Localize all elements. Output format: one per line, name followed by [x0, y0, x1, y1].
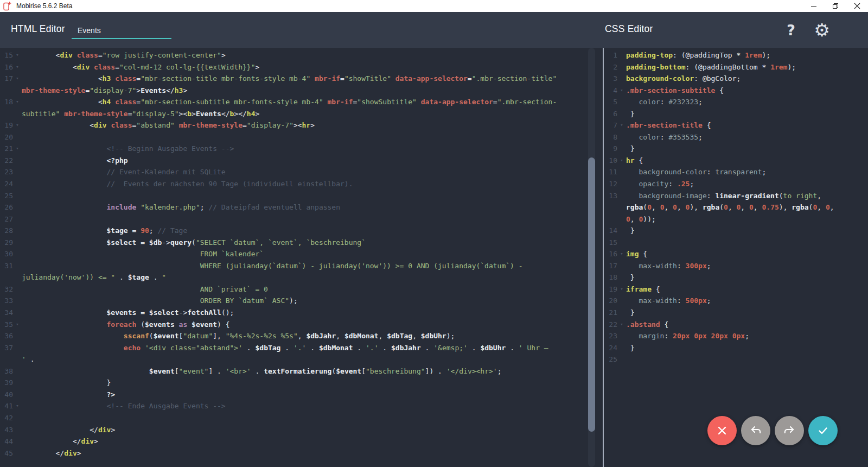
line-number: 29 [0, 237, 13, 249]
code-text: <?php [22, 155, 589, 167]
settings-button[interactable]: ⚙ [809, 12, 834, 48]
fold-spacer [617, 307, 626, 319]
code-row: 8 color: #353535; [604, 131, 868, 143]
fold-spacer [13, 330, 22, 342]
code-text: WHERE (julianday(`datum`) - julianday('n… [22, 260, 589, 272]
code-row: 29 $select = $db->query("SELECT `datum`,… [0, 237, 589, 249]
fold-spacer [13, 377, 22, 389]
code-text: subtitle" mbr-theme-style="display-5"><b… [22, 108, 589, 120]
code-text: <h4 class="mbr-section-subtitle mbr-font… [22, 96, 589, 108]
line-number: 9 [604, 143, 617, 155]
line-number: 1 [604, 49, 617, 61]
fold-arrow-icon[interactable]: ▾ [617, 283, 626, 295]
fold-arrow-icon[interactable]: ▾ [13, 61, 22, 73]
fold-spacer [617, 73, 626, 85]
code-row: 9 } [604, 143, 868, 155]
fold-arrow-icon[interactable]: ▾ [617, 85, 626, 97]
code-row: subtitle" mbr-theme-style="display-5"><b… [0, 108, 589, 120]
code-row: 7▾.mbr-section-title { [604, 119, 868, 131]
line-number: 30 [0, 248, 13, 260]
tab-events-label: Events [78, 26, 101, 35]
fold-arrow-icon[interactable]: ▾ [617, 155, 626, 167]
line-number: 35 [0, 319, 13, 331]
code-text: ?> [22, 389, 589, 401]
fold-arrow-icon[interactable]: ▾ [13, 119, 22, 131]
css-code-editor[interactable]: 1padding-top: (@paddingTop * 1rem);2padd… [604, 48, 868, 467]
line-number: 6 [604, 108, 617, 120]
code-row: 25 [604, 354, 868, 365]
code-text: max-width: 500px; [626, 295, 868, 307]
fold-spacer [13, 272, 22, 283]
fold-spacer [617, 213, 626, 225]
line-number: 17 [0, 73, 13, 85]
confirm-button[interactable] [808, 416, 838, 445]
minimize-button[interactable] [803, 0, 825, 12]
line-number: 21 [0, 143, 13, 155]
code-row: 6 } [604, 108, 868, 120]
line-number: 5 [604, 96, 617, 108]
code-text: .mbr-section-title { [626, 119, 868, 131]
line-number: 16 [0, 61, 13, 73]
code-row: 31 WHERE (julianday(`datum`) - julianday… [0, 260, 589, 272]
undo-arrow-icon [749, 425, 762, 437]
code-text: // Event-Kalender mit SQLite [22, 166, 589, 178]
code-text: margin: 20px 0px 20px 0px; [626, 330, 868, 342]
fold-spacer [13, 365, 22, 377]
code-row: 18 } [604, 272, 868, 283]
code-text: $events = $select->fetchAll(); [22, 307, 589, 319]
line-number: 27 [0, 213, 13, 225]
code-text: <div class="col-md-12 col-lg-{{textWidth… [22, 61, 589, 73]
code-text: background-image: linear-gradient(to rig… [626, 190, 868, 202]
code-text: iframe { [626, 283, 868, 295]
fold-arrow-icon[interactable]: ▾ [617, 319, 626, 331]
line-number: 13 [604, 190, 617, 202]
help-button[interactable]: ? [780, 12, 802, 48]
line-number: 11 [604, 166, 617, 178]
code-text: mbr-theme-style="display-7">Events</h3> [22, 85, 589, 97]
fold-arrow-icon[interactable]: ▾ [617, 119, 626, 131]
code-text: .mbr-section-subtitle { [626, 85, 868, 97]
redo-arrow-icon [783, 425, 796, 437]
fold-arrow-icon[interactable]: ▾ [13, 96, 22, 108]
fold-spacer [617, 354, 626, 365]
code-row: 20 [0, 131, 589, 143]
redo-button[interactable] [775, 416, 804, 445]
fold-spacer [13, 342, 22, 354]
html-code-editor[interactable]: 15▾ <div class="row justify-content-cent… [0, 48, 589, 467]
restore-button[interactable] [825, 0, 846, 12]
code-row: 22 <?php [0, 155, 589, 167]
fold-arrow-icon[interactable]: ▾ [13, 400, 22, 412]
line-number: 8 [604, 131, 617, 143]
fold-spacer [13, 178, 22, 190]
scrollbar-track[interactable] [588, 48, 595, 467]
scrollbar-thumb[interactable] [588, 157, 595, 432]
fold-spacer [617, 178, 626, 190]
code-text: <h3 class="mbr-section-title mbr-fonts-s… [22, 73, 589, 85]
line-number: 2 [604, 61, 617, 73]
code-row: 22▾.abstand { [604, 319, 868, 331]
code-text: hr { [626, 155, 868, 167]
line-number: 39 [0, 377, 13, 389]
fold-spacer [617, 131, 626, 143]
line-number: 19 [604, 283, 617, 295]
code-text [22, 190, 589, 202]
tab-events[interactable]: Events [72, 23, 171, 39]
fold-spacer [13, 166, 22, 178]
line-number: 34 [0, 307, 13, 319]
fold-arrow-icon[interactable]: ▾ [13, 49, 22, 61]
fold-arrow-icon[interactable]: ▾ [13, 319, 22, 331]
code-text: $tage = 90; // Tage [22, 225, 589, 237]
undo-button[interactable] [741, 416, 770, 445]
fold-arrow-icon[interactable]: ▾ [13, 73, 22, 85]
fold-arrow-icon[interactable]: ▾ [617, 248, 626, 260]
code-text: <!-- Ende Ausgabe Events --> [22, 400, 589, 412]
cancel-button[interactable] [707, 416, 737, 445]
line-number: 42 [0, 412, 13, 424]
code-row: 1padding-top: (@paddingTop * 1rem); [604, 49, 868, 61]
code-row: 3background-color: @bgColor; [604, 73, 868, 85]
fold-spacer [13, 389, 22, 401]
close-button[interactable] [846, 0, 868, 12]
fold-spacer [617, 166, 626, 178]
fold-arrow-icon[interactable]: ▾ [13, 143, 22, 155]
code-row: 5 color: #232323; [604, 96, 868, 108]
